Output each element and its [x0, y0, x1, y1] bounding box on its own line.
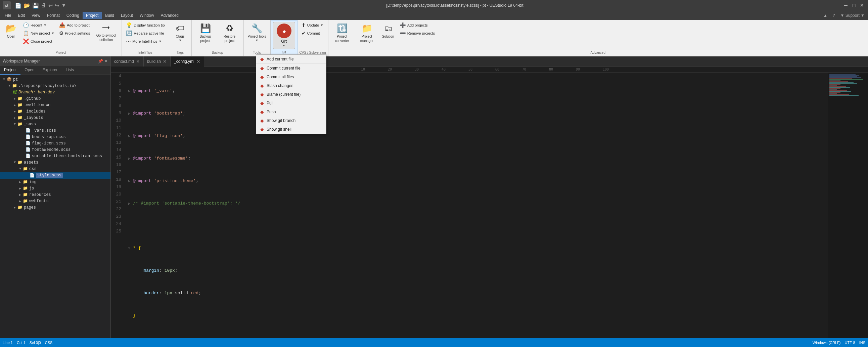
tree-layouts[interactable]: ▶ 📁 _layouts: [0, 115, 111, 121]
remove-projects-button[interactable]: ➖ Remove projects: [398, 30, 437, 37]
tab-contact-md[interactable]: contact.md ✕: [111, 56, 144, 66]
new-project-button[interactable]: 📋 New project▼: [21, 30, 56, 37]
tree-js[interactable]: ▶ 📁 js: [0, 185, 111, 192]
go-to-symbol-button[interactable]: ⭢ Go to symbol definition: [93, 22, 120, 44]
open-button[interactable]: 📂 Open: [2, 22, 20, 40]
tree-img[interactable]: ▶ 📁 img: [0, 179, 111, 185]
tree-pages[interactable]: ▶ 📁 pages: [0, 204, 111, 211]
new-icon[interactable]: 📄: [14, 2, 22, 9]
tree-resources[interactable]: ▶ 📁 resources: [0, 192, 111, 198]
tree-github[interactable]: ▶ 📁 .github: [0, 95, 111, 102]
tree-sortable-scss[interactable]: 📄 sortable-theme-bootstrap.scss: [0, 153, 111, 159]
maximize-button[interactable]: □: [850, 2, 857, 9]
help-icon[interactable]: ?: [831, 12, 837, 19]
tab-build-sh[interactable]: build.sh ✕: [144, 56, 170, 66]
tab-explorer[interactable]: Explorer: [39, 66, 62, 75]
dropdown-stash[interactable]: ◆ Stash changes: [256, 81, 326, 90]
support-menu[interactable]: ▼ Support ▼: [838, 12, 867, 19]
status-line[interactable]: Line 1: [3, 341, 13, 345]
close-button[interactable]: ✕: [859, 2, 865, 9]
add-to-project-button[interactable]: 📥 Add to project: [57, 22, 92, 29]
menu-coding[interactable]: Coding: [63, 12, 83, 19]
dropdown-pull[interactable]: ◆ Pull: [256, 99, 326, 108]
solution-button[interactable]: 🗂 Solution: [380, 22, 396, 40]
tree-repo-folder[interactable]: ▼ 📁 .\repos\privacytools.io\: [0, 83, 111, 89]
dropdown-show-branch[interactable]: ◆ Show git branch: [256, 116, 326, 125]
menu-format[interactable]: Format: [44, 12, 63, 19]
close-contact-tab[interactable]: ✕: [136, 59, 140, 64]
status-mode[interactable]: INS: [859, 341, 865, 345]
tree-sass[interactable]: ▼ 📁 _sass: [0, 121, 111, 127]
minimize-button[interactable]: ─: [842, 2, 849, 9]
workspace-close-icon[interactable]: ✕: [104, 59, 108, 63]
more-icon[interactable]: ▼: [60, 2, 67, 9]
project-tools-button[interactable]: 🔧 Project tools▼: [246, 22, 268, 44]
undo-icon[interactable]: ↩: [48, 2, 53, 9]
add-projects-button[interactable]: ➕ Add projects: [398, 22, 437, 29]
menu-project[interactable]: Project: [83, 12, 102, 19]
tree-includes[interactable]: ▶ 📁 _includes: [0, 108, 111, 115]
status-encoding[interactable]: UTF-8: [844, 341, 855, 345]
dropdown-blame[interactable]: ◆ Blame (current file): [256, 90, 326, 99]
toggle-repo[interactable]: ▼: [7, 84, 12, 88]
status-sel[interactable]: Sel 0|0: [30, 341, 41, 345]
tree-vars-scss[interactable]: 📄 _vars.scss: [0, 127, 111, 134]
toggle-img[interactable]: ▶: [18, 180, 23, 184]
display-fn-tip-button[interactable]: 💡 Display function tip: [124, 22, 166, 29]
toggle-pages[interactable]: ▶: [12, 206, 18, 210]
menu-layout[interactable]: Layout: [118, 12, 136, 19]
status-col[interactable]: Col 1: [17, 341, 26, 345]
dropdown-push[interactable]: ◆ Push: [256, 108, 326, 116]
toggle-root[interactable]: ▼: [1, 78, 7, 81]
tab-lists[interactable]: Lists: [61, 66, 78, 75]
tree-root-pt[interactable]: ▼ 📦 pt: [0, 76, 111, 83]
project-converter-button[interactable]: 🔃 Project converter: [331, 22, 354, 44]
toggle-webfonts[interactable]: ▶: [18, 199, 23, 203]
toggle-layouts[interactable]: ▶: [12, 116, 18, 120]
project-manager-button[interactable]: 📁 Project manager: [355, 22, 379, 44]
toggle-js[interactable]: ▶: [18, 186, 23, 191]
reparse-button[interactable]: 🔄 Reparse active file: [124, 30, 166, 37]
update-button[interactable]: ⬆ Update▼: [300, 22, 326, 29]
close-config-tab[interactable]: ✕: [196, 59, 200, 64]
tree-wellknown[interactable]: ▶ 📁 .well-known: [0, 102, 111, 108]
git-button[interactable]: ⬥ Git ▼: [273, 22, 295, 49]
toggle-wellknown[interactable]: ▶: [12, 103, 18, 107]
dropdown-add-current[interactable]: ◆ Add current file: [256, 55, 326, 64]
ctags-button[interactable]: 🏷 Ctags▼: [171, 22, 189, 44]
workspace-tree[interactable]: ▼ 📦 pt ▼ 📁 .\repos\privacytools.io\ 🌿 Br…: [0, 75, 111, 343]
restore-project-button[interactable]: ♻ Restore project: [218, 22, 241, 44]
workspace-pin-icon[interactable]: 📌: [98, 59, 103, 63]
more-intellitips-button[interactable]: ⋯ More IntelliTips▼: [124, 38, 166, 45]
commit-button[interactable]: ✔ Commit: [300, 30, 326, 37]
minimap[interactable]: [828, 73, 868, 343]
tree-assets[interactable]: ▼ 📁 assets: [0, 159, 111, 166]
open-icon[interactable]: 📂: [23, 2, 31, 9]
tree-bootstrap-scss[interactable]: 📄 bootstrap.scss: [0, 134, 111, 140]
dropdown-commit-all[interactable]: ◆ Commit all files: [256, 73, 326, 81]
dropdown-show-shell[interactable]: ◆ Show git shell: [256, 125, 326, 134]
toggle-github[interactable]: ▶: [12, 97, 18, 101]
tree-fontawesome-scss[interactable]: 📄 fontawesome.scss: [0, 146, 111, 153]
close-project-button[interactable]: ❌ Close project: [21, 38, 56, 45]
tree-css[interactable]: ▼ 📁 css: [0, 166, 111, 172]
menu-window[interactable]: Window: [136, 12, 157, 19]
code-area[interactable]: ▷@import '_vars'; ▷@import 'bootstrap'; …: [124, 73, 828, 343]
tab-config-yml[interactable]: _config.yml ✕: [170, 56, 204, 66]
toggle-css[interactable]: ▼: [18, 167, 23, 171]
redo-icon[interactable]: ↪: [54, 2, 60, 9]
dropdown-commit-current[interactable]: ◆ Commit current file: [256, 64, 326, 73]
menu-build[interactable]: Build: [102, 12, 118, 19]
toggle-sass[interactable]: ▼: [12, 122, 18, 126]
tree-flag-scss[interactable]: 📄 flag-icon.scss: [0, 140, 111, 146]
tree-webfonts[interactable]: ▶ 📁 webfonts: [0, 198, 111, 204]
project-settings-button[interactable]: ⚙ Project settings: [57, 30, 92, 37]
save-icon[interactable]: 💾: [32, 2, 40, 9]
toggle-assets[interactable]: ▼: [12, 161, 18, 164]
tab-project[interactable]: Project: [0, 66, 21, 75]
status-line-ending[interactable]: Windows (CRLF): [813, 341, 841, 345]
toggle-resources[interactable]: ▶: [18, 193, 23, 197]
menu-file[interactable]: File: [1, 12, 14, 19]
print-icon[interactable]: 🖨: [40, 2, 47, 9]
status-lang[interactable]: CSS: [45, 341, 53, 345]
